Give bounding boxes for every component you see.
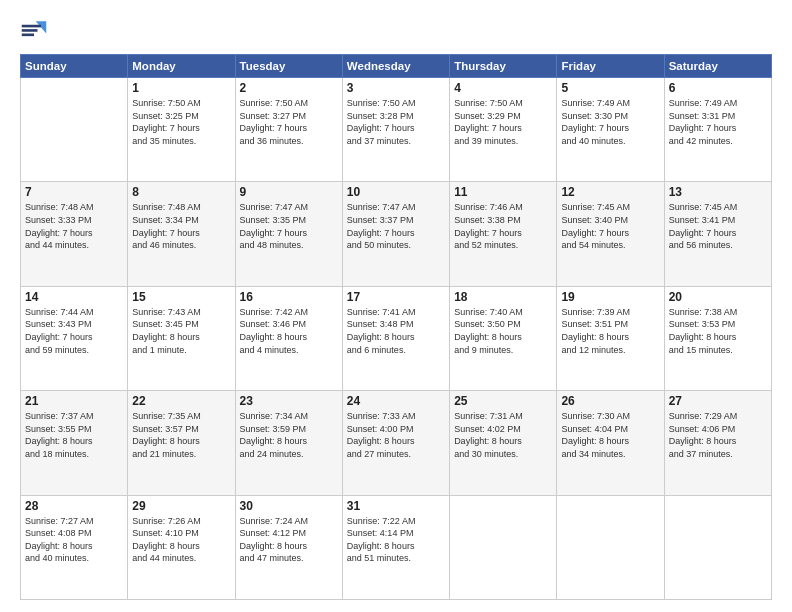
day-number: 1 (132, 81, 230, 95)
day-detail: Sunrise: 7:49 AM Sunset: 3:30 PM Dayligh… (561, 97, 659, 147)
day-number: 14 (25, 290, 123, 304)
day-number: 10 (347, 185, 445, 199)
calendar-cell: 14Sunrise: 7:44 AM Sunset: 3:43 PM Dayli… (21, 286, 128, 390)
calendar-cell: 9Sunrise: 7:47 AM Sunset: 3:35 PM Daylig… (235, 182, 342, 286)
day-number: 13 (669, 185, 767, 199)
calendar-header-monday: Monday (128, 55, 235, 78)
day-detail: Sunrise: 7:45 AM Sunset: 3:40 PM Dayligh… (561, 201, 659, 251)
day-number: 20 (669, 290, 767, 304)
calendar-cell (450, 495, 557, 599)
day-detail: Sunrise: 7:33 AM Sunset: 4:00 PM Dayligh… (347, 410, 445, 460)
calendar-header-wednesday: Wednesday (342, 55, 449, 78)
calendar-cell: 30Sunrise: 7:24 AM Sunset: 4:12 PM Dayli… (235, 495, 342, 599)
calendar-cell: 18Sunrise: 7:40 AM Sunset: 3:50 PM Dayli… (450, 286, 557, 390)
day-number: 5 (561, 81, 659, 95)
day-number: 7 (25, 185, 123, 199)
day-number: 28 (25, 499, 123, 513)
day-detail: Sunrise: 7:35 AM Sunset: 3:57 PM Dayligh… (132, 410, 230, 460)
day-detail: Sunrise: 7:47 AM Sunset: 3:35 PM Dayligh… (240, 201, 338, 251)
calendar-table: SundayMondayTuesdayWednesdayThursdayFrid… (20, 54, 772, 600)
calendar-header-sunday: Sunday (21, 55, 128, 78)
calendar-cell: 2Sunrise: 7:50 AM Sunset: 3:27 PM Daylig… (235, 78, 342, 182)
calendar-cell: 31Sunrise: 7:22 AM Sunset: 4:14 PM Dayli… (342, 495, 449, 599)
calendar-cell: 16Sunrise: 7:42 AM Sunset: 3:46 PM Dayli… (235, 286, 342, 390)
day-number: 12 (561, 185, 659, 199)
calendar-header-thursday: Thursday (450, 55, 557, 78)
calendar-week-row: 1Sunrise: 7:50 AM Sunset: 3:25 PM Daylig… (21, 78, 772, 182)
day-detail: Sunrise: 7:39 AM Sunset: 3:51 PM Dayligh… (561, 306, 659, 356)
calendar-week-row: 28Sunrise: 7:27 AM Sunset: 4:08 PM Dayli… (21, 495, 772, 599)
calendar-week-row: 14Sunrise: 7:44 AM Sunset: 3:43 PM Dayli… (21, 286, 772, 390)
page: SundayMondayTuesdayWednesdayThursdayFrid… (0, 0, 792, 612)
calendar-cell (21, 78, 128, 182)
day-number: 11 (454, 185, 552, 199)
calendar-cell: 28Sunrise: 7:27 AM Sunset: 4:08 PM Dayli… (21, 495, 128, 599)
day-detail: Sunrise: 7:50 AM Sunset: 3:29 PM Dayligh… (454, 97, 552, 147)
day-detail: Sunrise: 7:30 AM Sunset: 4:04 PM Dayligh… (561, 410, 659, 460)
day-number: 25 (454, 394, 552, 408)
day-number: 21 (25, 394, 123, 408)
day-number: 6 (669, 81, 767, 95)
day-number: 15 (132, 290, 230, 304)
day-detail: Sunrise: 7:38 AM Sunset: 3:53 PM Dayligh… (669, 306, 767, 356)
calendar-cell: 11Sunrise: 7:46 AM Sunset: 3:38 PM Dayli… (450, 182, 557, 286)
day-number: 26 (561, 394, 659, 408)
calendar-cell: 1Sunrise: 7:50 AM Sunset: 3:25 PM Daylig… (128, 78, 235, 182)
calendar-cell (664, 495, 771, 599)
calendar-cell: 8Sunrise: 7:48 AM Sunset: 3:34 PM Daylig… (128, 182, 235, 286)
day-detail: Sunrise: 7:46 AM Sunset: 3:38 PM Dayligh… (454, 201, 552, 251)
day-number: 3 (347, 81, 445, 95)
day-number: 19 (561, 290, 659, 304)
day-detail: Sunrise: 7:34 AM Sunset: 3:59 PM Dayligh… (240, 410, 338, 460)
day-number: 4 (454, 81, 552, 95)
svg-rect-3 (22, 29, 38, 32)
day-detail: Sunrise: 7:43 AM Sunset: 3:45 PM Dayligh… (132, 306, 230, 356)
day-detail: Sunrise: 7:27 AM Sunset: 4:08 PM Dayligh… (25, 515, 123, 565)
day-number: 22 (132, 394, 230, 408)
day-number: 24 (347, 394, 445, 408)
day-number: 29 (132, 499, 230, 513)
day-number: 18 (454, 290, 552, 304)
calendar-cell: 21Sunrise: 7:37 AM Sunset: 3:55 PM Dayli… (21, 391, 128, 495)
day-detail: Sunrise: 7:24 AM Sunset: 4:12 PM Dayligh… (240, 515, 338, 565)
calendar-cell: 20Sunrise: 7:38 AM Sunset: 3:53 PM Dayli… (664, 286, 771, 390)
calendar-week-row: 7Sunrise: 7:48 AM Sunset: 3:33 PM Daylig… (21, 182, 772, 286)
day-detail: Sunrise: 7:50 AM Sunset: 3:27 PM Dayligh… (240, 97, 338, 147)
day-detail: Sunrise: 7:40 AM Sunset: 3:50 PM Dayligh… (454, 306, 552, 356)
day-number: 31 (347, 499, 445, 513)
svg-rect-4 (22, 34, 34, 37)
day-number: 8 (132, 185, 230, 199)
day-number: 16 (240, 290, 338, 304)
calendar-cell: 13Sunrise: 7:45 AM Sunset: 3:41 PM Dayli… (664, 182, 771, 286)
calendar-cell: 5Sunrise: 7:49 AM Sunset: 3:30 PM Daylig… (557, 78, 664, 182)
day-detail: Sunrise: 7:45 AM Sunset: 3:41 PM Dayligh… (669, 201, 767, 251)
day-detail: Sunrise: 7:50 AM Sunset: 3:25 PM Dayligh… (132, 97, 230, 147)
day-detail: Sunrise: 7:48 AM Sunset: 3:34 PM Dayligh… (132, 201, 230, 251)
day-detail: Sunrise: 7:31 AM Sunset: 4:02 PM Dayligh… (454, 410, 552, 460)
calendar-cell: 27Sunrise: 7:29 AM Sunset: 4:06 PM Dayli… (664, 391, 771, 495)
logo-icon (20, 16, 48, 44)
calendar-cell (557, 495, 664, 599)
day-detail: Sunrise: 7:48 AM Sunset: 3:33 PM Dayligh… (25, 201, 123, 251)
logo (20, 16, 52, 44)
calendar-cell: 10Sunrise: 7:47 AM Sunset: 3:37 PM Dayli… (342, 182, 449, 286)
calendar-cell: 3Sunrise: 7:50 AM Sunset: 3:28 PM Daylig… (342, 78, 449, 182)
header (20, 16, 772, 44)
calendar-cell: 25Sunrise: 7:31 AM Sunset: 4:02 PM Dayli… (450, 391, 557, 495)
day-detail: Sunrise: 7:42 AM Sunset: 3:46 PM Dayligh… (240, 306, 338, 356)
day-detail: Sunrise: 7:26 AM Sunset: 4:10 PM Dayligh… (132, 515, 230, 565)
day-detail: Sunrise: 7:37 AM Sunset: 3:55 PM Dayligh… (25, 410, 123, 460)
calendar-cell: 19Sunrise: 7:39 AM Sunset: 3:51 PM Dayli… (557, 286, 664, 390)
day-detail: Sunrise: 7:49 AM Sunset: 3:31 PM Dayligh… (669, 97, 767, 147)
svg-rect-2 (22, 25, 41, 28)
calendar-week-row: 21Sunrise: 7:37 AM Sunset: 3:55 PM Dayli… (21, 391, 772, 495)
calendar-cell: 6Sunrise: 7:49 AM Sunset: 3:31 PM Daylig… (664, 78, 771, 182)
day-number: 23 (240, 394, 338, 408)
calendar-cell: 23Sunrise: 7:34 AM Sunset: 3:59 PM Dayli… (235, 391, 342, 495)
calendar-cell: 12Sunrise: 7:45 AM Sunset: 3:40 PM Dayli… (557, 182, 664, 286)
day-number: 27 (669, 394, 767, 408)
calendar-cell: 24Sunrise: 7:33 AM Sunset: 4:00 PM Dayli… (342, 391, 449, 495)
calendar-header-friday: Friday (557, 55, 664, 78)
day-number: 9 (240, 185, 338, 199)
day-number: 30 (240, 499, 338, 513)
